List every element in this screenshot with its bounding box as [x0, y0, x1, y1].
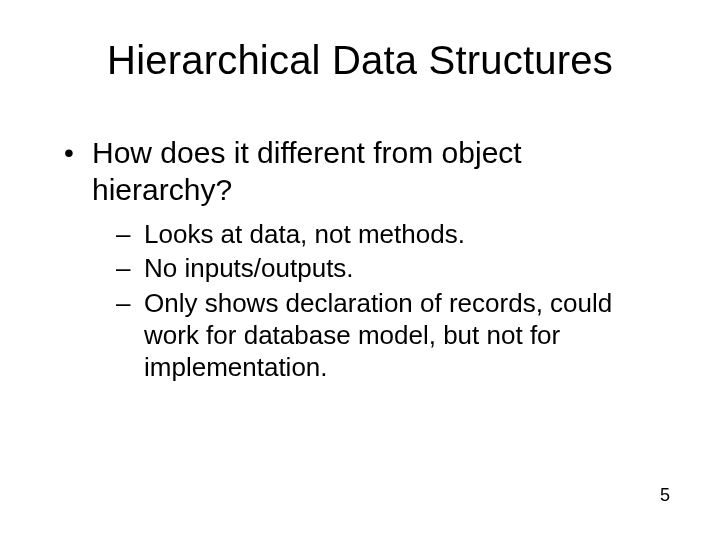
slide: Hierarchical Data Structures How does it… [0, 0, 720, 540]
bullet-level2-item: Only shows declaration of records, could… [116, 287, 660, 384]
bullet-level1-item: How does it different from object hierar… [58, 135, 660, 383]
bullet-level2-text: Looks at data, not methods. [144, 219, 465, 249]
bullet-level2-text: Only shows declaration of records, could… [144, 288, 612, 382]
page-number: 5 [660, 485, 670, 506]
bullet-level2-item: Looks at data, not methods. [116, 218, 660, 250]
slide-title: Hierarchical Data Structures [0, 38, 720, 83]
bullet-level2-text: No inputs/outputs. [144, 253, 354, 283]
bullet-list-level1: How does it different from object hierar… [58, 135, 660, 383]
slide-body: How does it different from object hierar… [58, 135, 660, 389]
bullet-level2-item: No inputs/outputs. [116, 252, 660, 284]
bullet-level1-text: How does it different from object hierar… [92, 136, 522, 206]
bullet-list-level2: Looks at data, not methods. No inputs/ou… [92, 218, 660, 383]
